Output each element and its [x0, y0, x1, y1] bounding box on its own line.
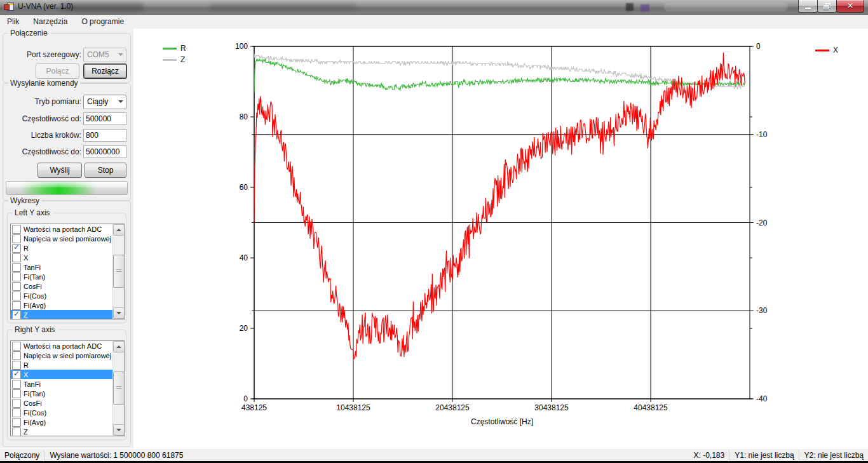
checkbox-checked-icon[interactable] [12, 370, 21, 379]
checkbox-icon[interactable] [12, 380, 21, 389]
checkbox-icon[interactable] [12, 225, 21, 234]
status-sent-values: Wysłane wartości: 1 500000 800 61875 [45, 451, 187, 460]
menu-plik[interactable]: Plik [0, 15, 26, 28]
list-item[interactable]: Fi(Cos) [11, 408, 113, 417]
list-item[interactable]: Wartości na portach ADC [11, 224, 113, 234]
freq-from-input[interactable] [83, 112, 126, 125]
svg-text:80: 80 [240, 112, 248, 121]
checkbox-icon[interactable] [12, 427, 21, 436]
list-item[interactable]: X [11, 253, 113, 262]
status-cursor-x: X: -0,183 [689, 451, 729, 460]
freq-to-input[interactable] [83, 145, 126, 158]
list-item[interactable]: Napięcia w sieci pomiarowej [11, 351, 113, 360]
chart-plot[interactable]: 020406080100-40-30-20-100438125104381252… [133, 29, 868, 448]
window-title: U-VNA (ver. 1.0) [18, 2, 73, 11]
list-item[interactable]: Napięcia w sieci pomiarowej [11, 234, 113, 243]
list-item[interactable]: CosFi [11, 398, 113, 408]
restore-button[interactable] [817, 0, 837, 13]
app-icon [4, 3, 14, 11]
list-item-label: Z [24, 311, 28, 319]
checkbox-icon[interactable] [12, 361, 21, 370]
list-item[interactable]: Z [11, 310, 113, 319]
disconnect-button[interactable]: Rozłącz [83, 64, 127, 79]
triangle-up-icon [116, 229, 121, 231]
searchbox-artifact [664, 3, 788, 11]
chevron-down-icon [118, 53, 123, 56]
list-item-label: Napięcia w sieci pomiarowej [24, 352, 111, 359]
scroll-up-button[interactable] [113, 224, 125, 236]
menu-o-programie[interactable]: O programie [74, 15, 131, 28]
list-item[interactable]: TanFi [11, 379, 113, 389]
list-item[interactable]: Fi(Avg) [11, 300, 113, 310]
scroll-thumb[interactable] [113, 255, 125, 288]
close-button[interactable]: ✕ [836, 0, 864, 13]
svg-text:0: 0 [756, 42, 761, 51]
svg-text:40438125: 40438125 [634, 403, 668, 412]
serial-port-label: Port szeregowy: [6, 50, 81, 59]
connect-button[interactable]: Połącz [36, 64, 79, 79]
menubar: Plik Narzędzia O programie [0, 15, 868, 29]
checkbox-icon[interactable] [12, 408, 21, 417]
list-item[interactable]: CosFi [11, 281, 113, 291]
list-item[interactable]: Wartości na portach ADC [11, 341, 113, 351]
checkbox-icon[interactable] [12, 351, 21, 360]
glass-smudge [210, 4, 356, 10]
checkbox-icon[interactable] [12, 253, 21, 262]
svg-text:40: 40 [240, 253, 248, 262]
checkbox-checked-icon[interactable] [12, 311, 21, 319]
list-item-label: Fi(Tan) [24, 273, 45, 281]
stop-button[interactable]: Stop [85, 163, 126, 178]
list-item[interactable]: Z [11, 427, 113, 436]
list-item-label: CosFi [24, 283, 42, 290]
list-item[interactable]: R [11, 243, 113, 253]
checkbox-icon[interactable] [12, 282, 21, 291]
vertical-scrollbar[interactable] [112, 224, 124, 319]
status-connection-state: Połączony [0, 451, 44, 460]
svg-text:60: 60 [240, 183, 248, 192]
minimize-button[interactable] [798, 0, 818, 13]
list-item-label: X [24, 371, 28, 379]
checkbox-icon[interactable] [12, 272, 21, 281]
command-group-title: Wysyłanie komendy [8, 79, 80, 88]
list-item[interactable]: R [11, 360, 113, 370]
scroll-down-button[interactable] [113, 307, 125, 319]
list-item-label: Napięcia w sieci pomiarowej [24, 235, 111, 243]
list-item[interactable]: Fi(Avg) [11, 417, 113, 427]
series-x [254, 53, 745, 359]
scroll-thumb[interactable] [113, 372, 125, 405]
list-item-label: X [24, 254, 28, 262]
checkbox-icon[interactable] [12, 301, 21, 310]
serial-port-combobox[interactable]: COM5 [83, 48, 126, 62]
steps-label: Liczba kroków: [6, 131, 81, 140]
checkbox-icon[interactable] [12, 399, 21, 408]
checkbox-icon[interactable] [12, 234, 21, 243]
freq-from-label: Częstotliwość od: [6, 114, 81, 123]
checkbox-icon[interactable] [12, 389, 21, 398]
list-item[interactable]: TanFi [11, 262, 113, 272]
list-item[interactable]: Fi(Cos) [11, 291, 113, 300]
list-item[interactable]: X [11, 370, 113, 379]
svg-text:10438125: 10438125 [336, 403, 370, 412]
list-item[interactable]: Fi(Tan) [11, 389, 113, 398]
measure-mode-combobox[interactable]: Ciągły [83, 95, 126, 109]
send-button[interactable]: Wyślij [37, 163, 82, 178]
checkbox-icon[interactable] [12, 342, 21, 351]
scroll-down-button[interactable] [113, 424, 125, 436]
steps-input[interactable] [83, 129, 126, 142]
checkbox-icon[interactable] [12, 292, 21, 300]
svg-text:30438125: 30438125 [534, 403, 569, 412]
left-axis-group-title: Left Y axis [13, 208, 52, 217]
list-item[interactable]: Fi(Tan) [11, 272, 113, 281]
checkbox-icon[interactable] [12, 263, 21, 272]
scroll-up-button[interactable] [113, 341, 125, 352]
left-axis-group: Left Y axis Wartości na portach ADCNapię… [7, 213, 126, 323]
svg-text:100: 100 [235, 42, 248, 51]
vertical-scrollbar[interactable] [112, 341, 124, 436]
checkbox-icon[interactable] [12, 418, 21, 427]
svg-text:Częstotliwość [Hz]: Częstotliwość [Hz] [471, 417, 533, 426]
svg-text:-20: -20 [756, 218, 768, 227]
progress-bar [6, 181, 128, 195]
connection-group: Połączenie Port szeregowy: COM5 Połącz R… [3, 33, 131, 83]
checkbox-checked-icon[interactable] [12, 244, 21, 253]
menu-narzedzia[interactable]: Narzędzia [26, 15, 74, 28]
